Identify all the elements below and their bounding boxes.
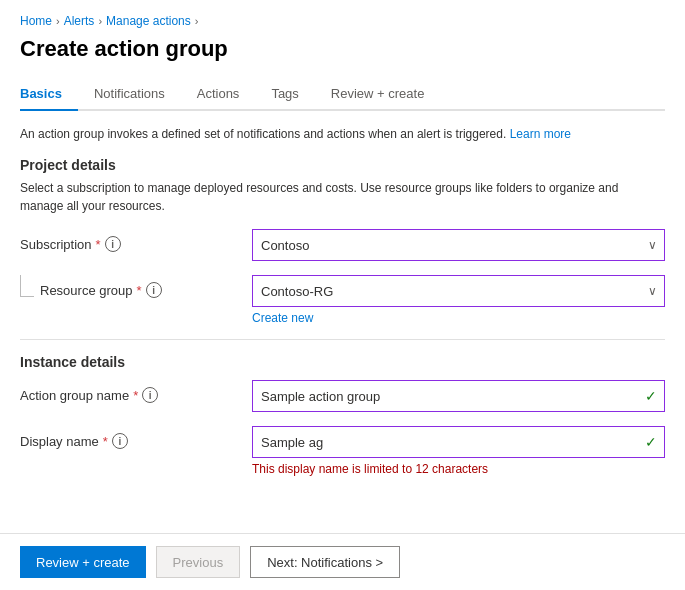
footer-bar: Review + create Previous Next: Notificat…: [0, 533, 685, 590]
display-name-row: Display name * i ✓ This display name is …: [20, 426, 665, 476]
subscription-label: Subscription: [20, 237, 92, 252]
tab-notifications[interactable]: Notifications: [78, 78, 181, 111]
breadcrumb-manage-actions[interactable]: Manage actions: [106, 14, 191, 28]
action-group-name-wrapper: ✓: [252, 380, 665, 412]
action-group-name-info-icon[interactable]: i: [142, 387, 158, 403]
instance-details-title: Instance details: [20, 354, 665, 370]
subscription-select[interactable]: Contoso: [252, 229, 665, 261]
resource-group-label-col: Resource group * i: [20, 275, 240, 298]
breadcrumb-sep-1: ›: [56, 15, 60, 27]
action-group-name-label-col: Action group name * i: [20, 380, 240, 403]
subscription-select-wrapper: Contoso ∨: [252, 229, 665, 261]
next-notifications-button[interactable]: Next: Notifications >: [250, 546, 400, 578]
tab-actions[interactable]: Actions: [181, 78, 256, 111]
display-name-wrapper: ✓: [252, 426, 665, 458]
resource-group-input-col: Contoso-RG ∨ Create new: [252, 275, 665, 325]
action-group-name-label: Action group name: [20, 388, 129, 403]
section-divider: [20, 339, 665, 340]
action-group-name-input[interactable]: [252, 380, 665, 412]
create-new-link[interactable]: Create new: [252, 311, 665, 325]
learn-more-link[interactable]: Learn more: [510, 127, 571, 141]
resource-group-required: *: [137, 283, 142, 298]
resource-group-select-wrapper: Contoso-RG ∨: [252, 275, 665, 307]
action-group-name-row: Action group name * i ✓: [20, 380, 665, 412]
char-limit-text: This display name is limited to 12 chara…: [252, 462, 665, 476]
breadcrumb-home[interactable]: Home: [20, 14, 52, 28]
resource-group-info-icon[interactable]: i: [146, 282, 162, 298]
subscription-row: Subscription * i Contoso ∨: [20, 229, 665, 261]
display-name-required: *: [103, 434, 108, 449]
subscription-info-icon[interactable]: i: [105, 236, 121, 252]
project-details-desc: Select a subscription to manage deployed…: [20, 179, 665, 215]
page-title: Create action group: [20, 36, 665, 62]
breadcrumb-sep-3: ›: [195, 15, 199, 27]
project-details-title: Project details: [20, 157, 665, 173]
breadcrumb: Home › Alerts › Manage actions ›: [20, 14, 665, 28]
breadcrumb-sep-2: ›: [98, 15, 102, 27]
display-name-input[interactable]: [252, 426, 665, 458]
breadcrumb-alerts[interactable]: Alerts: [64, 14, 95, 28]
subscription-label-col: Subscription * i: [20, 229, 240, 252]
resource-group-label: Resource group: [40, 283, 133, 298]
action-group-name-input-col: ✓: [252, 380, 665, 412]
display-name-input-col: ✓ This display name is limited to 12 cha…: [252, 426, 665, 476]
previous-button: Previous: [156, 546, 241, 578]
subscription-required: *: [96, 237, 101, 252]
subscription-input-col: Contoso ∨: [252, 229, 665, 261]
page-container: Home › Alerts › Manage actions › Create …: [0, 0, 685, 590]
tab-basics[interactable]: Basics: [20, 78, 78, 111]
main-content: Home › Alerts › Manage actions › Create …: [0, 0, 685, 533]
display-name-label: Display name: [20, 434, 99, 449]
resource-group-row: Resource group * i Contoso-RG ∨ Create n…: [20, 275, 665, 325]
info-main-text: An action group invokes a defined set of…: [20, 127, 506, 141]
resource-group-select[interactable]: Contoso-RG: [252, 275, 665, 307]
info-text: An action group invokes a defined set of…: [20, 125, 665, 143]
display-name-label-col: Display name * i: [20, 426, 240, 449]
tabs-container: Basics Notifications Actions Tags Review…: [20, 78, 665, 111]
display-name-info-icon[interactable]: i: [112, 433, 128, 449]
review-create-button[interactable]: Review + create: [20, 546, 146, 578]
action-group-name-required: *: [133, 388, 138, 403]
tab-tags[interactable]: Tags: [255, 78, 314, 111]
tab-review-create[interactable]: Review + create: [315, 78, 441, 111]
